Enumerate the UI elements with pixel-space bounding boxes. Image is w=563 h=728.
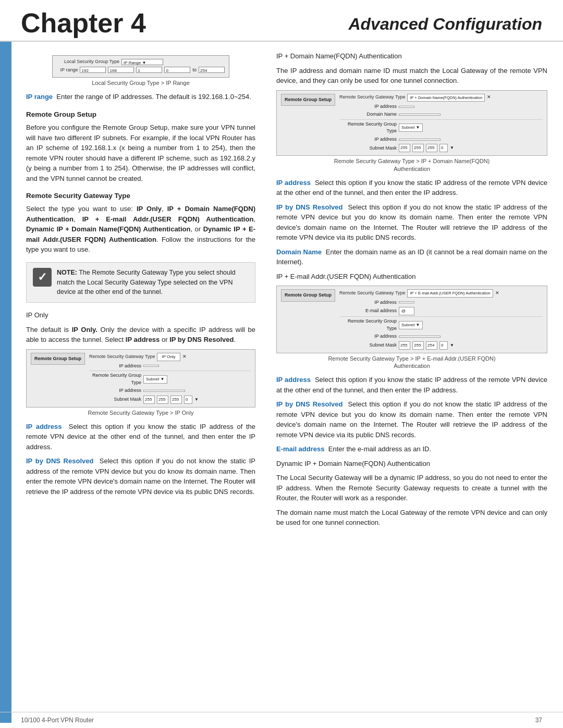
ip-fqdn-title: IP + Domain Name(FQDN) Authentication xyxy=(276,51,547,61)
ip-range-value1: 192 xyxy=(80,67,106,73)
email-mask-arrow: ▼ xyxy=(450,342,454,349)
fqdn-ip2-label: IP address xyxy=(339,136,397,143)
ip-address-term: IP address xyxy=(26,423,62,430)
remote-gateway-type-title: Remote Security Gateway Type xyxy=(26,191,255,201)
email-mask1: 255 xyxy=(399,341,410,350)
rgs-header-value: IP Only xyxy=(157,353,180,361)
rgt-bold3: IP + E-mail Addr.(USER FQDN) Authenticat… xyxy=(82,215,254,223)
email-row2: E-mail address @ xyxy=(339,307,543,315)
rgs-divider xyxy=(89,371,251,371)
rgt-bold4: Dynamic IP + Domain Name(FQDN) Authentic… xyxy=(26,225,190,233)
fqdn-row2: Domain Name xyxy=(339,111,543,118)
email-addr-label: E-mail address xyxy=(339,307,397,315)
email-divider xyxy=(339,316,543,317)
dynamic-ip-title: Dynamic IP + Domain Name(FQDN) Authentic… xyxy=(276,459,547,469)
ip-address2-text: Select this option if you know the stati… xyxy=(276,179,547,197)
ip-address-para: IP address Select this option if you kno… xyxy=(26,422,255,452)
fqdn-ip-value xyxy=(399,106,414,108)
rgs-mask3: 255 xyxy=(170,396,182,404)
fqdn-sgt-label: Remote Security Group Type xyxy=(339,121,397,135)
rgs-ip-value xyxy=(143,365,159,367)
ip-range-term: IP range xyxy=(26,93,53,101)
page-footer: 10/100 4-Port VPN Router 37 xyxy=(0,712,563,728)
footer-product: 10/100 4-Port VPN Router xyxy=(21,717,94,724)
main-content: Local Security Group Type IP Range ▼ IP … xyxy=(11,42,563,723)
fqdn-row1: IP address xyxy=(339,103,543,110)
rgs-ip-label: IP address xyxy=(89,363,141,370)
ip-address3-term: IP address xyxy=(276,376,311,384)
rgs-mask2: 255 xyxy=(157,396,168,404)
email-content: Remote Security Gateway Type IP + E-mail… xyxy=(339,289,543,349)
screenshot-ip-only: Remote Group Setup Remote Security Gatew… xyxy=(26,349,255,408)
domain-name-para: Domain Name Enter the domain name as an … xyxy=(276,247,547,267)
email-header-label: Remote Security Gateway Type xyxy=(339,290,405,297)
dynamic-ip-text1: The Local Security Gateway will be a dyn… xyxy=(276,473,547,503)
rgs-label: Remote Group Setup xyxy=(31,353,85,365)
ip-only-bold3: IP by DNS Resolved xyxy=(169,336,234,343)
fqdn-content: Remote Security Gateway Type IP + Domain… xyxy=(339,94,543,153)
ip-only-bold2: IP address xyxy=(126,336,160,343)
email-row5: Subnet Mask 255 255 254 0 ▼ xyxy=(339,341,543,350)
ip-only-intro: IP Only xyxy=(26,310,255,320)
rgs-row3: IP address xyxy=(89,387,251,394)
email-sgt-value: Subnet ▼ xyxy=(399,321,423,329)
rgs-header-label: Remote Security Gateway Type xyxy=(89,353,155,361)
fqdn-row5: Subnet Mask 255 255 255 0 ▼ xyxy=(339,144,543,152)
fqdn-divider xyxy=(339,119,543,120)
ip-address3-text: Select this option if you know the stati… xyxy=(276,376,547,394)
ip-only-bold: IP Only. xyxy=(72,326,97,334)
ip-dns-para: IP by DNS Resolved Select this option if… xyxy=(26,456,255,497)
ip-range-text: Enter the range of IP addresses. The def… xyxy=(56,93,251,101)
ip-only-text1: The default is xyxy=(26,326,72,334)
rgs-mask1: 255 xyxy=(143,396,155,404)
rgs-ip2-label: IP address xyxy=(89,387,141,394)
fqdn-dn-label: Domain Name xyxy=(339,111,397,118)
email-text: Enter the e-mail address as an ID. xyxy=(326,445,431,453)
content-wrapper: Local Security Group Type IP Range ▼ IP … xyxy=(0,42,563,723)
rgt-bold: IP Only xyxy=(137,205,162,213)
rgs-mask-label: Subnet Mask xyxy=(89,396,141,403)
fqdn-header-row: Remote Security Gateway Type IP + Domain… xyxy=(339,94,543,102)
email-header-icon: ✕ xyxy=(495,290,499,297)
rgs-content: Remote Security Gateway Type IP Only ✕ I… xyxy=(89,353,251,404)
email-mask4: 0 xyxy=(439,341,448,350)
email-mask2: 255 xyxy=(412,341,424,350)
fqdn-dn-value xyxy=(399,114,440,116)
email-row4: IP address xyxy=(339,333,543,340)
email-ip-value xyxy=(399,301,414,303)
email-mask-label: Subnet Mask xyxy=(339,342,397,349)
note-label: NOTE: xyxy=(57,269,77,276)
email-ip2-value xyxy=(399,336,440,338)
ip-only-text: The default is IP Only. Only the device … xyxy=(26,325,255,345)
ip-range-to: to xyxy=(192,67,197,74)
ip-dns3-term: IP by DNS Resolved xyxy=(276,400,342,408)
fqdn-left-label: Remote Group Setup xyxy=(281,94,335,106)
rgs-row4: Subnet Mask 255 255 255 0 ▼ xyxy=(89,396,251,404)
email-para: E-mail address Enter the e-mail address … xyxy=(276,444,547,454)
caption-ip-only: Remote Security Gateway Type > IP Only xyxy=(26,409,255,416)
rgs-ip2-value xyxy=(143,390,185,392)
ip-range-value3: 1 xyxy=(136,67,162,73)
email-row3: Remote Security Group Type Subnet ▼ xyxy=(339,318,543,332)
screenshot-local-security-group: Local Security Group Type IP Range ▼ IP … xyxy=(52,55,229,78)
fqdn-header-value: IP + Domain Name(FQDN) Authentication xyxy=(407,94,485,102)
fqdn-mask-arrow: ▼ xyxy=(450,145,454,151)
dynamic-ip-text2: The domain name must match the Local Gat… xyxy=(276,508,547,528)
domain-name-term: Domain Name xyxy=(276,248,322,256)
caption-fqdn: Remote Security Gateway Type > IP + Doma… xyxy=(276,157,547,172)
ip-email-title: IP + E-mail Addr.(USER FQDN) Authenticat… xyxy=(276,272,547,282)
ip-address2-term: IP address xyxy=(276,179,311,187)
rgs-sgt-label: Remote Security Group Type xyxy=(89,372,141,386)
ip-address2-para: IP address Select this option if you kno… xyxy=(276,178,547,198)
email-addr-value: @ xyxy=(399,307,414,315)
email-ip2-label: IP address xyxy=(339,333,397,340)
email-row1: IP address xyxy=(339,299,543,306)
fqdn-sgt-value: Subnet ▼ xyxy=(399,124,423,132)
fqdn-header-icon: ✕ xyxy=(487,94,491,101)
email-ip-label: IP address xyxy=(339,299,397,306)
rgs-row2: Remote Security Group Type Subnet ▼ xyxy=(89,372,251,386)
ip-range-value2: 168 xyxy=(108,67,134,73)
email-left-label: Remote Group Setup xyxy=(281,289,335,302)
note-box: ✓ NOTE: The Remote Security Gateway Type… xyxy=(26,262,255,303)
note-body: The Remote Security Gateway Type you sel… xyxy=(57,269,236,296)
